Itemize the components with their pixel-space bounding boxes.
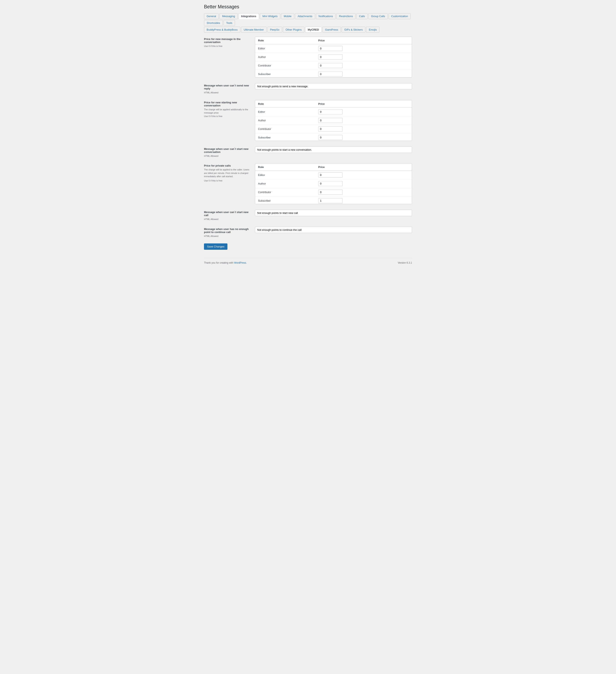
subtab-gifs-stickers[interactable]: GIFs & Stickers [342,27,365,33]
price-new-conversation-control: Role Price Editor Author Contributor [255,100,412,141]
msg-cant-send-input[interactable] [255,83,412,90]
footer-version: Version 6.3.1 [398,261,412,264]
msg-cant-start-call-input[interactable] [255,210,412,216]
table-row: Editor [255,171,412,180]
price-new-conversation-section: Price for new starting new conversation … [204,100,412,141]
save-button-container: Save Changes [204,243,412,250]
price-private-calls-sub1: The charge will be applied to the caller… [204,168,251,178]
table-row: Editor [255,107,412,116]
subtab-other-plugins[interactable]: Other Plugins [283,27,304,33]
table-row: Subscriber [255,197,412,204]
price-cell [315,197,412,204]
subtab-ultimate-member[interactable]: Ultimate Member [241,27,267,33]
footer: Thank you for creating with WordPress. V… [204,258,412,264]
col-price-header-2: Price [315,100,412,108]
footer-text: Thank you for creating with WordPress. [204,261,247,264]
price-new-conversation-table-wrapper: Role Price Editor Author Contributor [255,100,412,141]
subtab-mycred[interactable]: MyCRED [305,27,322,33]
tab-attachments[interactable]: Attachments [295,13,315,19]
role-cell: Contributor [255,188,315,197]
price-new-message-title: Price for new message in the conversatio… [204,37,251,43]
price-input[interactable] [318,173,343,178]
tab-tools[interactable]: Tools [223,20,235,26]
price-private-calls-control: Role Price Editor Author Contributor [255,163,412,204]
msg-no-points-call-section: Message when user has no enough point to… [204,227,412,238]
msg-cant-send-sub: HTML Allowed [204,91,251,94]
col-price-header-3: Price [315,163,412,171]
price-new-conversation-table: Role Price Editor Author Contributor [255,100,412,141]
subtab-peepso[interactable]: PeepSo [268,27,282,33]
price-new-message-table-wrapper: Role Price Editor Author Contributor [255,37,412,78]
price-cell [315,116,412,125]
price-new-message-label: Price for new message in the conversatio… [204,37,251,78]
tab-shortcodes[interactable]: Shortcodes [204,20,223,26]
col-role-header-2: Role [255,100,315,108]
price-cell [315,133,412,141]
price-input[interactable] [318,109,343,114]
price-new-conversation-label: Price for new starting new conversation … [204,100,251,141]
msg-cant-start-conversation-label: Message when user can`t start new conver… [204,146,251,158]
price-input[interactable] [318,72,343,77]
tab-group-calls[interactable]: Group Calls [369,13,388,19]
price-private-calls-section: Price for private calls The charge will … [204,163,412,204]
price-new-conversation-title: Price for new starting new conversation [204,101,251,107]
tab-restrictions[interactable]: Restrictions [336,13,355,19]
price-cell [315,125,412,133]
msg-cant-send-title: Message when user can`t send new reply [204,84,251,90]
price-input[interactable] [318,198,343,203]
role-cell: Author [255,53,315,62]
tab-notifications[interactable]: Notifications [316,13,336,19]
table-row: Subscriber [255,70,412,78]
price-cell [315,53,412,62]
price-cell [315,70,412,78]
price-input[interactable] [318,118,343,123]
role-cell: Contributor [255,62,315,70]
table-row: Contributor [255,188,412,197]
msg-no-points-call-label: Message when user has no enough point to… [204,227,251,238]
role-cell: Author [255,180,315,188]
role-cell: Subscriber [255,133,315,141]
role-cell: Author [255,116,315,125]
tab-integrations[interactable]: Integrations [238,13,259,19]
footer-text-before: Thank you for creating with [204,261,234,264]
tab-calls[interactable]: Calls [356,13,368,19]
msg-cant-start-call-section: Message when user can`t start new call H… [204,210,412,221]
price-new-message-section: Price for new message in the conversatio… [204,37,412,78]
table-row: Editor [255,44,412,53]
msg-cant-start-conversation-input[interactable] [255,146,412,153]
price-cell [315,107,412,116]
tab-messaging[interactable]: Messaging [219,13,238,19]
price-new-conversation-sub2: Use 0 if this is free [204,115,251,118]
price-input[interactable] [318,46,343,51]
price-input[interactable] [318,181,343,186]
price-input[interactable] [318,135,343,140]
subtab-buddypress[interactable]: BuddyPress & BuddyBoss [204,27,240,33]
subtab-gamipress[interactable]: GamiPress [322,27,341,33]
tab-mobile[interactable]: Mobile [281,13,294,19]
subtab-emojis[interactable]: Emojis [366,27,379,33]
msg-no-points-call-input[interactable] [255,227,412,233]
tab-mini-widgets[interactable]: Mini Widgets [260,13,280,19]
save-button[interactable]: Save Changes [204,243,227,250]
msg-cant-start-conversation-section: Message when user can`t start new conver… [204,146,412,158]
tab-customization[interactable]: Customization [389,13,411,19]
tab-general[interactable]: General [204,13,219,19]
msg-cant-start-call-title: Message when user can`t start new call [204,211,251,217]
price-cell [315,44,412,53]
role-cell: Subscriber [255,70,315,78]
msg-no-points-call-title: Message when user has no enough point to… [204,228,251,234]
price-private-calls-title: Price for private calls [204,164,251,167]
msg-cant-start-call-sub: HTML Allowed [204,218,251,221]
price-input[interactable] [318,54,343,60]
price-new-message-table: Role Price Editor Author Contributor [255,37,412,78]
price-input[interactable] [318,126,343,131]
msg-cant-start-call-label: Message when user can`t start new call H… [204,210,251,221]
price-cell [315,171,412,180]
msg-cant-send-control [255,83,412,94]
price-input[interactable] [318,63,343,68]
footer-wordpress-link[interactable]: WordPress [234,261,246,264]
msg-cant-start-conversation-control [255,146,412,158]
msg-cant-start-conversation-title: Message when user can`t start new conver… [204,147,251,153]
price-new-message-sub: Use 0 if this is free [204,44,251,48]
price-input[interactable] [318,190,343,195]
